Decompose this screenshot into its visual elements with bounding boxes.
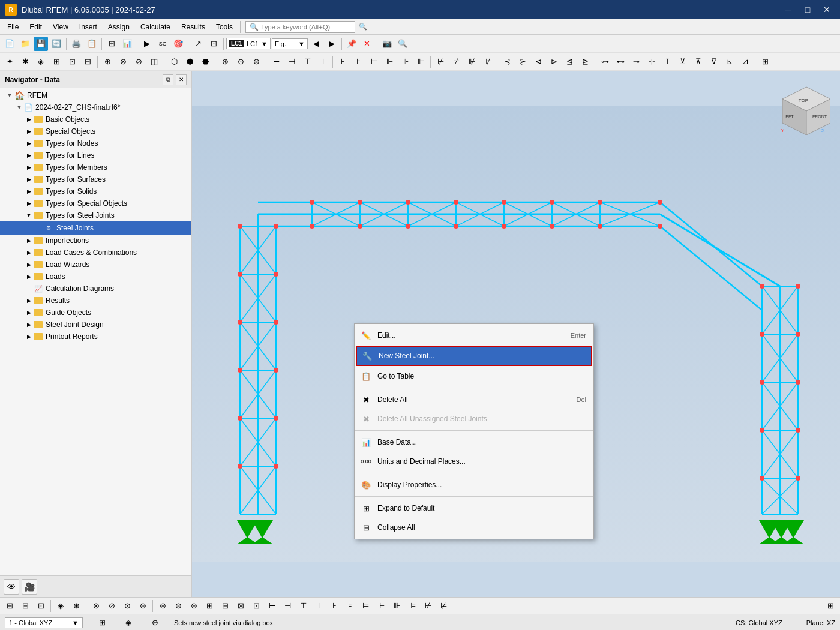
close-button[interactable]: ✕ — [818, 3, 835, 16]
search-input[interactable] — [261, 23, 351, 31]
bottom-tb28[interactable]: ⊭ — [436, 599, 451, 613]
bottom-tb14[interactable]: ⊟ — [218, 599, 232, 613]
bottom-tb-grid[interactable]: ⊞ — [823, 599, 838, 613]
tb2-6[interactable]: ⊟ — [80, 55, 95, 69]
tb2-13[interactable]: ⬣ — [198, 55, 212, 69]
tb2-25[interactable]: ⊪ — [398, 55, 412, 69]
select-button[interactable]: ↗ — [191, 37, 205, 51]
maximize-button[interactable]: □ — [799, 3, 816, 16]
tree-item-steel-joints[interactable]: ⚙Steel Joints — [0, 221, 191, 235]
menu-item-results[interactable]: Results — [176, 21, 210, 33]
tb2-26[interactable]: ⊫ — [413, 55, 428, 69]
expand-icon[interactable]: ▶ — [24, 199, 34, 208]
tree-item-steel-joint-design[interactable]: ▶Steel Joint Design — [0, 319, 191, 331]
tb2-16[interactable]: ⊜ — [249, 55, 263, 69]
tb2-20[interactable]: ⊥ — [316, 55, 330, 69]
tree-item-guide-objects[interactable]: ▶Guide Objects — [0, 307, 191, 319]
expand-icon[interactable]: ▶ — [24, 320, 34, 329]
tb2-41[interactable]: ⊺ — [660, 55, 674, 69]
tb2-36[interactable]: ⊵ — [578, 55, 592, 69]
tb2-19[interactable]: ⊤ — [300, 55, 314, 69]
tb2-23[interactable]: ⊨ — [367, 55, 381, 69]
tb2-32[interactable]: ⊱ — [515, 55, 530, 69]
tb2-11[interactable]: ⬡ — [167, 55, 181, 69]
expand-icon[interactable]: ▶ — [24, 127, 34, 136]
tree-item-printout-reports[interactable]: ▶Printout Reports — [0, 331, 191, 343]
bottom-tb1[interactable]: ⊞ — [2, 599, 17, 613]
print2-button[interactable]: 📋 — [85, 37, 99, 51]
tb2-22[interactable]: ⊧ — [351, 55, 365, 69]
tb2-12[interactable]: ⬢ — [182, 55, 197, 69]
open-button[interactable]: 📁 — [18, 37, 32, 51]
bottom-tb13[interactable]: ⊞ — [202, 599, 217, 613]
tree-item-load-wizards[interactable]: ▶Load Wizards — [0, 259, 191, 271]
view3d-button[interactable]: 🎯 — [171, 37, 185, 51]
eig-combo[interactable]: Eig... ▼ — [272, 38, 308, 49]
bottom-tb22[interactable]: ⊧ — [343, 599, 357, 613]
next-button[interactable]: ▶ — [325, 37, 339, 51]
tb2-14[interactable]: ⊛ — [218, 55, 232, 69]
spreadsheet-button[interactable]: 📊 — [120, 37, 134, 51]
tb2-46[interactable]: ⊿ — [738, 55, 752, 69]
ctx-item-collapse-all[interactable]: ⊟Collapse All — [355, 518, 593, 537]
tb2-7[interactable]: ⊕ — [100, 55, 115, 69]
tree-item-basic-objects[interactable]: ▶Basic Objects — [0, 113, 191, 125]
nav-eye-button[interactable]: 👁 — [4, 579, 19, 595]
tb2-34[interactable]: ⊳ — [547, 55, 561, 69]
lc-combo[interactable]: LC1 LC1 ▼ — [226, 38, 271, 49]
tb2-42[interactable]: ⊻ — [676, 55, 690, 69]
tb2-29[interactable]: ⊮ — [464, 55, 479, 69]
tb2-grid[interactable]: ⊞ — [758, 55, 772, 69]
tree-item-types-for-members[interactable]: ▶Types for Members — [0, 161, 191, 173]
nav-close-button[interactable]: ✕ — [176, 74, 187, 85]
rfem-expand[interactable]: ▼ — [5, 91, 14, 100]
tree-item-types-for-solids[interactable]: ▶Types for Solids — [0, 185, 191, 197]
tb2-44[interactable]: ⊽ — [707, 55, 721, 69]
tb2-43[interactable]: ⊼ — [691, 55, 706, 69]
bottom-tb10[interactable]: ⊛ — [155, 599, 170, 613]
prev-button[interactable]: ◀ — [309, 37, 323, 51]
cross-button[interactable]: ✕ — [360, 37, 374, 51]
expand-icon[interactable]: ▶ — [24, 248, 34, 257]
expand-icon[interactable]: ▶ — [24, 115, 34, 124]
tb2-38[interactable]: ⊷ — [613, 55, 628, 69]
bottom-tb23[interactable]: ⊨ — [358, 599, 373, 613]
ctx-item-edit[interactable]: ✏️Edit...Enter — [355, 326, 593, 345]
tb2-1[interactable]: ✦ — [2, 55, 17, 69]
bottom-tb26[interactable]: ⊫ — [405, 599, 419, 613]
bottom-tb18[interactable]: ⊣ — [280, 599, 295, 613]
zoom-button[interactable]: 🔍 — [395, 37, 410, 51]
ctx-item-display-properties[interactable]: 🎨Display Properties... — [355, 475, 593, 494]
ctx-item-go-to-table[interactable]: 📋Go to Table — [355, 367, 593, 386]
bottom-tb27[interactable]: ⊬ — [421, 599, 435, 613]
expand-icon[interactable]: ▶ — [24, 236, 34, 245]
ctx-item-base-data[interactable]: 📊Base Data... — [355, 433, 593, 452]
bottom-tb21[interactable]: ⊦ — [327, 599, 341, 613]
menu-item-tools[interactable]: Tools — [211, 21, 238, 33]
rotate-button[interactable]: ⊡ — [206, 37, 221, 51]
menu-item-file[interactable]: File — [2, 21, 23, 33]
tree-item-results[interactable]: ▶Results — [0, 295, 191, 307]
tb2-40[interactable]: ⊹ — [644, 55, 659, 69]
bottom-tb3[interactable]: ⊡ — [34, 599, 48, 613]
bottom-tb11[interactable]: ⊜ — [171, 599, 185, 613]
expand-icon[interactable]: ▶ — [24, 175, 34, 184]
expand-icon[interactable]: ▶ — [24, 260, 34, 269]
tb2-35[interactable]: ⊴ — [562, 55, 577, 69]
tb2-18[interactable]: ⊣ — [284, 55, 299, 69]
tb2-2[interactable]: ✱ — [18, 55, 32, 69]
rfem-root-item[interactable]: ▼ 🏠 RFEM — [0, 89, 191, 101]
refresh-button[interactable]: 🔄 — [49, 37, 64, 51]
tb2-39[interactable]: ⊸ — [629, 55, 643, 69]
expand-icon[interactable]: ▶ — [24, 272, 34, 281]
bottom-tb12[interactable]: ⊝ — [187, 599, 201, 613]
tb2-5[interactable]: ⊡ — [65, 55, 79, 69]
expand-icon[interactable]: ▶ — [24, 151, 34, 160]
tree-item-types-for-steel-joints[interactable]: ▼Types for Steel Joints — [0, 209, 191, 221]
bottom-tb8[interactable]: ⊙ — [120, 599, 134, 613]
tb2-10[interactable]: ◫ — [147, 55, 161, 69]
menu-item-assign[interactable]: Assign — [103, 21, 134, 33]
bottom-tb6[interactable]: ⊗ — [89, 599, 103, 613]
nav-restore-button[interactable]: ⧉ — [163, 74, 173, 85]
tb2-3[interactable]: ◈ — [34, 55, 48, 69]
